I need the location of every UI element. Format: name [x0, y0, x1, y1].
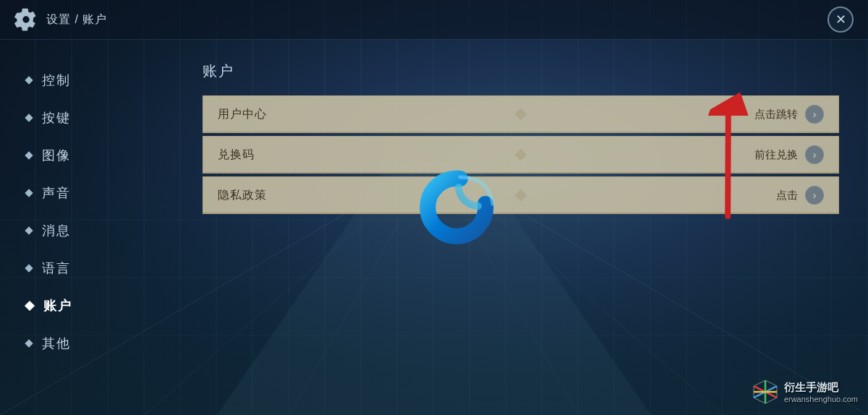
- sidebar-item-message[interactable]: 消息: [14, 212, 159, 249]
- row-action-0: 点击跳转 ›: [754, 105, 824, 124]
- sidebar-item-label: 账户: [43, 297, 72, 315]
- sidebar-item-account[interactable]: 账户: [14, 287, 159, 325]
- diamond-icon: [25, 301, 35, 311]
- arrow-icon-1: ›: [813, 149, 817, 161]
- arrow-icon-2: ›: [813, 189, 817, 201]
- sidebar-item-language[interactable]: 语言: [14, 249, 159, 287]
- gear-icon: [14, 8, 38, 31]
- watermark-logo: [752, 379, 778, 405]
- sidebar-item-label: 语言: [42, 260, 71, 277]
- watermark-text: 衍生手游吧 erwanshenghuo.com: [784, 381, 858, 403]
- sidebar-item-label: 控制: [42, 72, 71, 89]
- sidebar-item-label: 声音: [42, 184, 71, 202]
- sidebar-item-graphics[interactable]: 图像: [14, 137, 159, 174]
- sidebar-item-label: 图像: [42, 147, 71, 164]
- arrow-icon-0: ›: [813, 108, 817, 120]
- watermark: 衍生手游吧 erwanshenghuo.com: [752, 379, 858, 405]
- sidebar-item-other[interactable]: 其他: [14, 325, 159, 362]
- diamond-icon: [25, 339, 33, 347]
- main-content: 账户 用户中心 点击跳转 › 兑换码 前往兑换 › 隐私政策: [174, 40, 868, 415]
- row-arrow-btn-2[interactable]: ›: [805, 186, 824, 205]
- row-arrow-btn-0[interactable]: ›: [805, 105, 824, 124]
- sidebar-item-control[interactable]: 控制: [14, 61, 159, 99]
- sidebar: 控制 按键 图像 声音 消息 语言 账户 其他: [0, 40, 174, 415]
- sidebar-item-label: 按键: [42, 109, 71, 127]
- edge-logo: [417, 164, 503, 251]
- row-action-text-0: 点击跳转: [754, 108, 798, 121]
- sidebar-item-keys[interactable]: 按键: [14, 99, 159, 137]
- row-arrow-btn-1[interactable]: ›: [805, 145, 824, 164]
- breadcrumb: 设置 / 账户: [46, 12, 107, 27]
- close-icon: ✕: [835, 12, 846, 27]
- diamond-icon: [25, 226, 33, 234]
- svg-line-11: [684, 116, 772, 216]
- topbar: 设置 / 账户 ✕: [0, 0, 868, 40]
- sidebar-item-label: 消息: [42, 222, 71, 239]
- diamond-icon: [25, 114, 33, 121]
- sidebar-item-sound[interactable]: 声音: [14, 174, 159, 212]
- section-title: 账户: [203, 61, 839, 81]
- diamond-icon: [25, 264, 33, 272]
- diamond-icon: [25, 76, 33, 84]
- diamond-icon: [25, 151, 33, 159]
- row-label-0: 用户中心: [218, 107, 754, 122]
- close-button[interactable]: ✕: [827, 7, 854, 33]
- sidebar-item-label: 其他: [42, 335, 71, 352]
- diamond-icon: [25, 189, 33, 197]
